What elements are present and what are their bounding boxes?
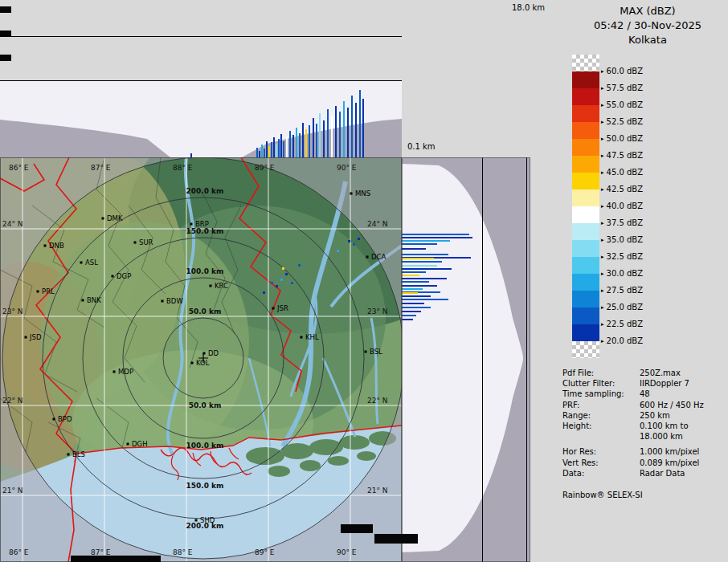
svg-text:90° E: 90° E (337, 164, 357, 172)
tick-arrow-icon: ▸ (601, 169, 604, 176)
tick-arrow-icon: ▸ (601, 102, 604, 108)
metadata-row: Time sampling:48 (562, 389, 728, 399)
svg-text:MNS: MNS (355, 189, 370, 198)
svg-text:24° N: 24° N (2, 220, 23, 228)
top-cross-section-panel (0, 0, 402, 157)
tick-arrow-icon: ▸ (601, 136, 604, 142)
tick-arrow-icon: ▸ (601, 321, 604, 328)
tick-arrow-icon: ▸ (601, 287, 604, 294)
svg-text:BDW: BDW (166, 297, 183, 305)
software-credit: Rainbow® SELEX-SI (562, 490, 728, 500)
product-datetime: 05:42 / 30-Nov-2025 (562, 18, 728, 33)
clipped-map-label (71, 556, 161, 562)
colorbar-band (572, 240, 599, 257)
metadata-row: Range:250 km (562, 410, 728, 421)
colorbar-band (572, 156, 599, 173)
colorbar-labels: ▸60.0 dBZ▸57.5 dBZ▸55.0 dBZ▸52.5 dBZ▸50.… (601, 55, 706, 376)
metadata-row: Data:Radar Data (562, 468, 728, 479)
colorbar-band (572, 88, 599, 105)
svg-text:BLS: BLS (72, 450, 85, 458)
colorbar-tick-label: ▸27.5 dBZ (601, 285, 643, 296)
colorbar-tick-label: ▸20.0 dBZ (601, 336, 643, 347)
svg-text:KHL: KHL (305, 333, 319, 341)
colorbar-band (572, 223, 599, 240)
colorbar-band (572, 139, 599, 156)
svg-text:KRC: KRC (215, 282, 228, 290)
colorbar-band (572, 206, 599, 223)
svg-text:150.0 km: 150.0 km (186, 227, 224, 235)
svg-text:150.0 km: 150.0 km (186, 482, 224, 490)
svg-text:86° E: 86° E (9, 164, 29, 172)
tick-arrow-icon: ▸ (601, 254, 604, 260)
svg-text:50.0 km: 50.0 km (189, 401, 222, 409)
svg-text:89° E: 89° E (255, 164, 275, 172)
svg-text:86° E: 86° E (9, 548, 29, 556)
svg-text:23° N: 23° N (367, 307, 388, 316)
svg-text:200.0 km: 200.0 km (186, 522, 224, 530)
metadata-row: 18.000 km (562, 431, 728, 442)
radar-map: MNSDMKBRPSURDNBASLDGPKRCPRLBNKBDWJSRDCAJ… (0, 157, 402, 562)
svg-text:24° N: 24° N (367, 220, 388, 228)
colorbar-band (572, 307, 599, 324)
tick-arrow-icon: ▸ (601, 271, 604, 277)
svg-text:ASL: ASL (85, 259, 98, 267)
colorbar-band (572, 274, 599, 291)
svg-text:89° E: 89° E (255, 548, 275, 556)
colorbar-tick-label: ▸60.0 dBZ (601, 66, 643, 77)
colorbar-tick-label: ▸42.5 dBZ (601, 184, 643, 195)
tick-arrow-icon: ▸ (601, 186, 604, 193)
colorbar-tick-label: ▸52.5 dBZ (601, 116, 643, 128)
svg-text:87° E: 87° E (91, 164, 111, 172)
svg-text:SUR: SUR (139, 238, 153, 246)
colorbar-band (572, 189, 599, 206)
svg-text:100.0 km: 100.0 km (186, 267, 224, 275)
metadata-row: PRF:600 Hz / 450 Hz (562, 400, 728, 410)
radar-site-name: Kolkata (562, 33, 728, 47)
colorbar-tick-label: ▸30.0 dBZ (601, 268, 643, 279)
svg-text:DNB: DNB (49, 242, 64, 250)
tick-arrow-icon: ▸ (601, 304, 604, 311)
svg-text:88° E: 88° E (173, 548, 193, 556)
colorbar-transparent-bottom (572, 341, 599, 358)
svg-text:200.0 km: 200.0 km (186, 187, 224, 195)
colorbar-tick-label: ▸37.5 dBZ (601, 218, 643, 229)
svg-text:88° E: 88° E (173, 164, 193, 172)
clipped-map-label (374, 534, 418, 544)
svg-text:22° N: 22° N (367, 397, 388, 405)
svg-text:BNK: BNK (87, 296, 101, 304)
svg-text:23° N: 23° N (2, 307, 23, 316)
tick-arrow-icon: ▸ (601, 119, 604, 125)
colorbar-band (572, 71, 599, 88)
svg-text:DMK: DMK (107, 214, 123, 222)
svg-text:MDP: MDP (118, 368, 133, 376)
height-axis-min-label: 0.1 km (407, 142, 436, 151)
colorbar-transparent-top (572, 55, 599, 71)
svg-text:100.0 km: 100.0 km (186, 442, 224, 450)
svg-text:BSL: BSL (370, 348, 382, 356)
colorbar-band (572, 291, 599, 307)
colorbar-tick-label: ▸47.5 dBZ (601, 150, 643, 161)
svg-text:DD: DD (208, 349, 219, 357)
product-title-block: MAX (dBZ) 05:42 / 30-Nov-2025 Kolkata (562, 4, 728, 47)
colorbar-tick-label: ▸45.0 dBZ (601, 167, 643, 178)
colorbar-tick-label: ▸25.0 dBZ (601, 302, 643, 313)
colorbar-tick-label: ▸57.5 dBZ (601, 83, 643, 94)
svg-text:PRL: PRL (42, 287, 55, 295)
svg-text:21° N: 21° N (367, 487, 388, 495)
height-axis-max-label: 18.0 km (512, 3, 545, 12)
colorbar-bands (572, 71, 599, 341)
colorbar-tick-label: ▸55.0 dBZ (601, 100, 643, 111)
colorbar-band (572, 257, 599, 274)
colorbar-tick-label: ▸50.0 dBZ (601, 133, 643, 145)
product-name: MAX (dBZ) (562, 4, 728, 18)
colorbar-tick-label: ▸35.0 dBZ (601, 234, 643, 246)
svg-text:KOL: KOL (196, 359, 210, 367)
svg-text:90° E: 90° E (337, 548, 357, 556)
colorbar-band (572, 122, 599, 139)
tick-arrow-icon: ▸ (601, 203, 604, 210)
clipped-map-label (341, 524, 373, 533)
metadata-rows: Pdf File:250Z.maxClutter Filter:IIRDoppl… (562, 368, 728, 483)
tick-arrow-icon: ▸ (601, 153, 604, 159)
svg-text:DGH: DGH (132, 440, 148, 448)
metadata-row: Clutter Filter:IIRDoppler 7 (562, 378, 728, 389)
